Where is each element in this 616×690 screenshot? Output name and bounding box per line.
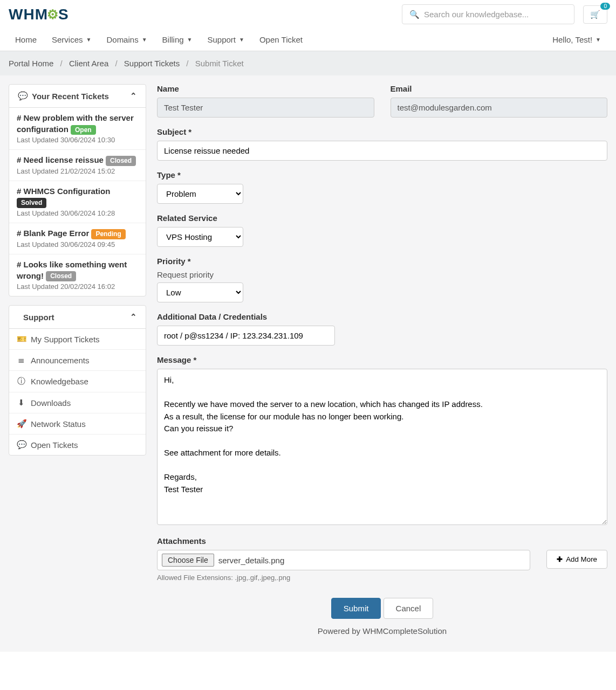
user-menu[interactable]: Hello, Test!▼ [546, 29, 607, 51]
nav-services[interactable]: Services▼ [45, 29, 98, 51]
support-item-label: Open Tickets [31, 440, 78, 450]
ticket-item[interactable]: # Need license reissue ClosedLast Update… [9, 150, 146, 181]
search-input[interactable] [402, 4, 574, 24]
support-item[interactable]: 💬Open Tickets [9, 434, 146, 455]
chevron-down-icon: ▼ [596, 37, 601, 43]
support-item-icon: ⬇ [17, 398, 25, 408]
ticket-updated: Last Updated 30/06/2024 09:45 [17, 240, 138, 249]
support-panel: Support ⌃ 🎫My Support Tickets≣Announceme… [9, 305, 146, 456]
priority-label: Priority * [157, 257, 607, 266]
chevron-down-icon: ▼ [187, 37, 193, 43]
recent-tickets-panel: 💬Your Recent Tickets ⌃ # New problem wit… [9, 84, 146, 296]
recent-tickets-header[interactable]: 💬Your Recent Tickets ⌃ [9, 85, 146, 108]
chevron-up-icon: ⌃ [130, 312, 137, 322]
message-label: Message * [157, 355, 607, 364]
support-item-label: Downloads [31, 398, 71, 408]
support-item-icon: 🚀 [17, 419, 25, 429]
comments-icon: 💬 [18, 91, 26, 101]
cart-badge: 0 [600, 3, 610, 10]
ticket-item[interactable]: # New problem with the server configurat… [9, 108, 146, 150]
nav-open-ticket[interactable]: Open Ticket [253, 29, 309, 51]
search-container: 🔍 [402, 4, 574, 24]
support-item-label: Announcements [31, 356, 89, 365]
ticket-updated: Last Updated 30/06/2024 10:28 [17, 209, 138, 217]
gear-icon: ⚙ [47, 7, 59, 22]
search-icon: 🔍 [409, 10, 418, 19]
nav-home[interactable]: Home [9, 29, 43, 51]
support-item-label: My Support Tickets [31, 335, 100, 344]
chevron-down-icon: ▼ [86, 37, 92, 43]
email-label: Email [391, 84, 608, 93]
logo[interactable]: WHM⚙S [9, 6, 69, 23]
ticket-updated: Last Updated 20/02/2024 16:02 [17, 282, 138, 291]
support-item-icon: ⓘ [17, 376, 25, 387]
support-item[interactable]: ⬇Downloads [9, 392, 146, 413]
subject-field[interactable] [157, 141, 607, 161]
cart-button[interactable]: 🛒 0 [583, 5, 607, 24]
support-item[interactable]: 🎫My Support Tickets [9, 329, 146, 350]
status-badge: Open [71, 125, 96, 135]
breadcrumb-client[interactable]: Client Area [69, 59, 108, 68]
support-header[interactable]: Support ⌃ [9, 306, 146, 329]
ticket-item[interactable]: # Looks like something went wrong! Close… [9, 254, 146, 296]
type-select[interactable]: Problem [157, 184, 243, 204]
support-item[interactable]: ⓘKnowledgebase [9, 371, 146, 392]
status-badge: Closed [46, 271, 76, 281]
file-input[interactable]: Choose File server_details.png [157, 550, 530, 570]
submit-button[interactable]: Submit [331, 598, 381, 619]
breadcrumb-current: Submit Ticket [195, 59, 244, 68]
status-badge: Closed [106, 156, 136, 166]
message-field[interactable] [157, 369, 607, 525]
chevron-up-icon: ⌃ [130, 91, 137, 101]
support-item[interactable]: 🚀Network Status [9, 413, 146, 434]
plus-icon: ✚ [557, 555, 563, 563]
priority-select[interactable]: Low [157, 282, 243, 302]
nav-billing[interactable]: Billing▼ [156, 29, 199, 51]
breadcrumb-portal[interactable]: Portal Home [9, 59, 53, 68]
related-select[interactable]: VPS Hosting [157, 227, 243, 247]
attachments-label: Attachments [157, 536, 607, 546]
breadcrumb-tickets[interactable]: Support Tickets [124, 59, 180, 68]
support-item-label: Knowledgebase [31, 377, 88, 386]
breadcrumb: Portal Home / Client Area / Support Tick… [0, 51, 616, 75]
additional-field[interactable] [157, 326, 335, 346]
email-field [391, 98, 608, 118]
footer-text: Powered by WHMCompleteSolution [157, 619, 607, 643]
support-item-icon: 🎫 [17, 334, 25, 344]
ticket-item[interactable]: # WHMCS Configuration SolvedLast Updated… [9, 181, 146, 223]
cart-icon: 🛒 [590, 10, 600, 19]
ticket-updated: Last Updated 30/06/2024 10:30 [17, 136, 138, 144]
additional-label: Additional Data / Credentials [157, 312, 607, 321]
support-item-icon: 💬 [17, 440, 25, 450]
add-more-button[interactable]: ✚ Add More [546, 550, 607, 569]
support-item[interactable]: ≣Announcements [9, 350, 146, 371]
type-label: Type * [157, 170, 607, 180]
support-item-label: Network Status [31, 419, 86, 429]
cancel-button[interactable]: Cancel [384, 598, 434, 619]
status-badge: Solved [17, 198, 46, 208]
subject-label: Subject * [157, 127, 607, 136]
status-badge: Pending [91, 229, 125, 239]
nav-domains[interactable]: Domains▼ [100, 29, 153, 51]
related-label: Related Service [157, 213, 607, 223]
name-label: Name [157, 84, 374, 93]
ticket-item[interactable]: # Blank Page Error PendingLast Updated 3… [9, 223, 146, 254]
nav-support[interactable]: Support▼ [201, 29, 250, 51]
ext-note: Allowed File Extensions: .jpg,.gif,.jpeg… [157, 574, 530, 582]
chevron-down-icon: ▼ [142, 37, 147, 43]
file-name: server_details.png [218, 556, 285, 565]
priority-sublabel: Request priority [157, 270, 607, 279]
chevron-down-icon: ▼ [239, 37, 244, 43]
choose-file-button[interactable]: Choose File [162, 554, 214, 567]
name-field [157, 98, 374, 118]
ticket-updated: Last Updated 21/02/2024 15:02 [17, 167, 138, 175]
support-item-icon: ≣ [17, 355, 25, 365]
